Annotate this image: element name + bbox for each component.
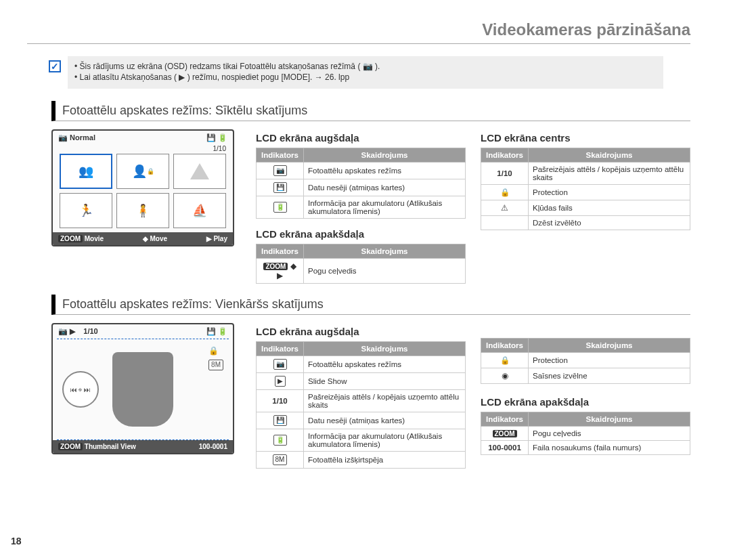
table-s1-center: IndikatorsSkaidrojums 1/10Pašreizējais a… <box>481 148 690 230</box>
side-icons: 🔒8M <box>208 346 223 370</box>
check-icon: ✓ <box>49 60 61 72</box>
sub-s2-top: LCD ekrāna augšdaļa <box>256 326 466 337</box>
note-line-1: • Šis rādījums uz ekrāna (OSD) redzams t… <box>74 62 657 71</box>
sub-s2-bottom: LCD ekrāna apakšdaļa <box>481 396 690 408</box>
lcd-thumbnail-view: 📷 Normal 💾 🔋 1/10 👥 👤🔒 🏃 🧍 ⛵ ZOOM Movie … <box>51 129 234 246</box>
thumb-4: 🏃 <box>60 193 112 228</box>
lcd-mode-label: Normal <box>70 133 95 142</box>
section-heading-thumbnail: Fotoattēlu apskates režīms: Sīktēlu skat… <box>51 101 690 121</box>
lcd-counter: 1/10 <box>53 145 233 154</box>
photo-silhouette <box>112 352 173 427</box>
table-s2-right-top: IndikatorsSkaidrojums 🔒Protection ◉Saīsn… <box>481 338 690 384</box>
note-box: ✓ • Šis rādījums uz ekrāna (OSD) redzams… <box>68 56 663 89</box>
sub-lcd-top: LCD ekrāna augšdaļa <box>256 132 466 144</box>
table-s2-top: IndikatorsSkaidrojums 📷Fotoattēlu apskat… <box>256 341 466 469</box>
nav-dial-icon: ⏮ ◉ ⏭ <box>62 371 99 408</box>
thumb-3 <box>173 154 226 189</box>
page-title: Videokameras pārzināšana <box>27 20 690 44</box>
thumb-1: 👥 <box>60 154 112 189</box>
table-s2-bottom: IndikatorsSkaidrojums ZOOMPogu ceļvedis … <box>481 412 690 455</box>
table-s1-bottom: IndikatorsSkaidrojums ZOOM ◆ ▶Pogu ceļve… <box>256 244 466 284</box>
note-line-2: • Lai atlasītu Atskaņošanas ( ▶ ) režīmu… <box>74 72 657 82</box>
sub-lcd-center: LCD ekrāna centrs <box>481 132 690 144</box>
table-s1-top: IndikatorsSkaidrojums 📷Fotoattēlu apskat… <box>256 148 466 219</box>
thumb-5: 🧍 <box>116 193 169 228</box>
sub-lcd-bottom: LCD ekrāna apakšdaļa <box>256 228 466 240</box>
thumb-2: 👤🔒 <box>116 154 169 189</box>
section-heading-single: Fotoattēlu apskates režīms: Vienkāršs sk… <box>51 295 690 315</box>
lcd-single-view: 📷 ▶ 1/10 💾 🔋 ⏮ ◉ ⏭ 🔒8M ZOOM Thumbnail Vi… <box>51 323 234 454</box>
thumb-6: ⛵ <box>173 193 226 228</box>
